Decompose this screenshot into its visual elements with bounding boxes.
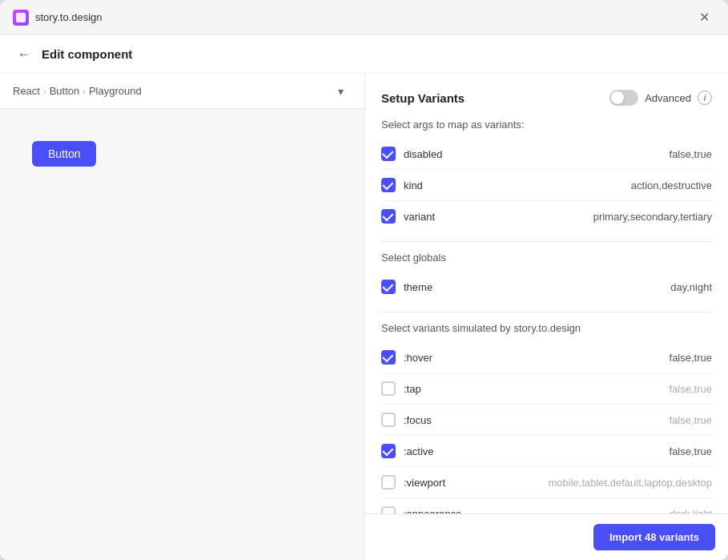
breadcrumb-item-react: React [13, 85, 40, 97]
preview-area: Button [0, 109, 364, 560]
right-panel-scroll: Setup Variants Advanced i Select args to… [365, 74, 728, 514]
back-button[interactable]: ← [13, 43, 35, 66]
sim-row-active: :active false,true [381, 436, 712, 467]
sim-name-focus: :focus [404, 414, 670, 426]
main-content: React › Button › Playground ▾ Button [0, 74, 728, 560]
checkbox-theme[interactable] [381, 280, 396, 294]
sim-name-hover: :hover [404, 352, 670, 364]
app-icon-inner [16, 13, 26, 22]
back-icon: ← [18, 47, 30, 62]
checkbox-focus[interactable] [381, 413, 396, 427]
arg-row-variant: variant primary,secondary,tertiary [381, 201, 712, 232]
import-button[interactable]: Import 48 variants [593, 524, 715, 550]
sim-name-active: :active [404, 445, 670, 457]
sim-row-focus: :focus false,true [381, 405, 712, 436]
advanced-control: Advanced i [609, 90, 712, 106]
globals-list: theme day,night [381, 272, 712, 302]
sim-values-active: false,true [670, 445, 712, 457]
advanced-toggle[interactable] [609, 90, 638, 106]
sim-row-viewport: :viewport mobile,tablet,default,laptop,d… [381, 467, 712, 498]
app-icon [13, 10, 29, 26]
arg-values-disabled: false,true [670, 148, 712, 160]
checkbox-appearance[interactable] [381, 506, 396, 514]
sim-row-tap: :tap false,true [381, 373, 712, 405]
left-panel: React › Button › Playground ▾ Button [0, 74, 365, 560]
arg-name-disabled: disabled [404, 148, 670, 160]
arg-name-kind: kind [404, 179, 631, 191]
checkbox-tap[interactable] [381, 381, 396, 396]
simulated-section: Select variants simulated by story.to.de… [381, 322, 712, 514]
titlebar: story.to.design ✕ [0, 0, 728, 35]
breadcrumb-dropdown-button[interactable]: ▾ [329, 80, 352, 103]
global-values-theme: day,night [670, 281, 712, 293]
sim-row-hover: :hover false,true [381, 342, 712, 373]
sim-row-appearance: :appearance dark,light [381, 498, 712, 514]
right-panel: Setup Variants Advanced i Select args to… [365, 74, 728, 560]
breadcrumb-item-button: Button [50, 85, 80, 97]
simulated-list: :hover false,true :tap false,true :focus… [381, 342, 712, 514]
titlebar-left: story.to.design [13, 10, 103, 26]
right-footer: Import 48 variants [365, 514, 728, 560]
sim-name-appearance: :appearance [404, 508, 670, 514]
args-section: Select args to map as variants: disabled… [381, 119, 712, 232]
arg-values-variant: primary,secondary,tertiary [593, 211, 712, 223]
arg-row-kind: kind action,destructive [381, 170, 712, 201]
breadcrumb-item-playground: Playground [89, 85, 142, 97]
simulated-section-label: Select variants simulated by story.to.de… [381, 322, 712, 334]
checkbox-disabled[interactable] [381, 147, 396, 161]
sim-values-appearance: dark,light [670, 508, 712, 514]
toggle-knob [611, 91, 624, 104]
app-name: story.to.design [35, 11, 103, 23]
global-row-theme: theme day,night [381, 272, 712, 302]
checkbox-viewport[interactable] [381, 475, 396, 489]
advanced-label: Advanced [645, 92, 691, 104]
checkbox-active[interactable] [381, 444, 396, 458]
header: ← Edit component [0, 35, 728, 74]
preview-button[interactable]: Button [32, 141, 96, 167]
breadcrumb-sep-2: › [82, 87, 86, 96]
sim-values-tap: false,true [670, 383, 712, 395]
args-list: disabled false,true kind action,destruct… [381, 139, 712, 232]
globals-section-label: Select globals [381, 252, 712, 264]
page-title: Edit component [42, 47, 132, 61]
arg-row-disabled: disabled false,true [381, 139, 712, 170]
global-name-theme: theme [404, 281, 670, 293]
close-button[interactable]: ✕ [693, 6, 715, 29]
args-section-label: Select args to map as variants: [381, 119, 712, 131]
sim-name-tap: :tap [404, 383, 670, 395]
arg-values-kind: action,destructive [631, 179, 712, 191]
sim-values-viewport: mobile,tablet,default,laptop,desktop [548, 477, 712, 489]
breadcrumb-bar: React › Button › Playground ▾ [0, 74, 364, 109]
app-window: story.to.design ✕ ← Edit component React… [0, 0, 728, 560]
close-icon: ✕ [699, 10, 710, 25]
section-title: Setup Variants [381, 91, 465, 105]
info-icon[interactable]: i [698, 91, 712, 105]
sim-values-focus: false,true [670, 414, 712, 426]
checkbox-variant[interactable] [381, 209, 396, 224]
checkbox-kind[interactable] [381, 178, 396, 192]
chevron-down-icon: ▾ [338, 85, 344, 98]
section-header: Setup Variants Advanced i [381, 90, 712, 106]
divider-2 [381, 312, 712, 312]
divider-1 [381, 241, 712, 242]
breadcrumb-sep-1: › [43, 87, 46, 96]
sim-name-viewport: :viewport [404, 477, 548, 489]
breadcrumb: React › Button › Playground [13, 85, 142, 97]
arg-name-variant: variant [404, 211, 593, 223]
checkbox-hover[interactable] [381, 350, 396, 365]
sim-values-hover: false,true [670, 352, 712, 364]
globals-section: Select globals theme day,night [381, 252, 712, 302]
